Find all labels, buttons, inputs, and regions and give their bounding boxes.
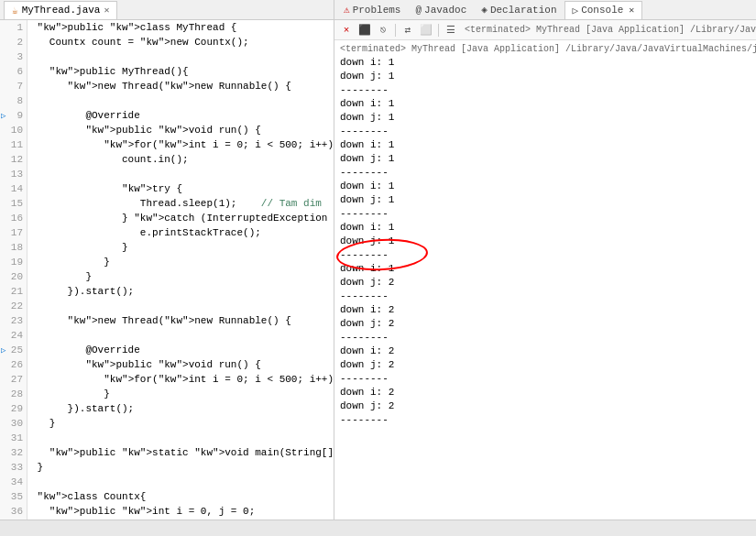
tab-javadoc[interactable]: @ Javadoc bbox=[408, 1, 474, 19]
line-num-11: 11 bbox=[0, 137, 27, 152]
console-line-16: down j: 2 bbox=[340, 276, 756, 290]
code-line-33: } bbox=[31, 460, 334, 475]
code-line-29: }).start(); bbox=[31, 401, 334, 416]
code-line-10: "kw">public "kw">void run() { bbox=[31, 123, 334, 137]
line-num-31: 31 bbox=[0, 431, 27, 445]
console-line-18: down i: 2 bbox=[340, 303, 756, 317]
line-num-21: 21 bbox=[0, 284, 27, 299]
console-line-13: down j: 1 bbox=[340, 235, 756, 248]
code-line-26: "kw">public "kw">void run() { bbox=[31, 357, 334, 372]
code-line-32: "kw">public "kw">static "kw">void main(S… bbox=[31, 445, 334, 460]
console-line-24: down i: 2 bbox=[340, 386, 756, 399]
console-output[interactable]: <terminated> MyThread [Java Application]… bbox=[334, 40, 756, 520]
line-num-6: 6 bbox=[0, 64, 27, 79]
line-num-34: 34 bbox=[0, 475, 27, 489]
line-num-13: 13 bbox=[0, 167, 27, 181]
editor-panel: ☕ MyThread.java ✕ 1236789101112131415161… bbox=[0, 0, 334, 520]
console-line-7: down j: 1 bbox=[340, 152, 756, 166]
code-line-36: "kw">public "kw">int i = 0, j = 0; bbox=[31, 504, 334, 519]
line-num-14: 14 bbox=[0, 181, 27, 196]
code-line-13 bbox=[31, 167, 334, 181]
console-tab-close[interactable]: ✕ bbox=[629, 5, 634, 16]
console-line-14: -------- bbox=[340, 248, 756, 262]
line-num-37: 37 bbox=[0, 519, 27, 520]
code-line-17: e.printStackTrace(); bbox=[31, 225, 334, 240]
line-num-32: 32 bbox=[0, 445, 27, 460]
code-line-30: } bbox=[31, 416, 334, 431]
code-line-12: count.in(); bbox=[31, 152, 334, 167]
editor-tab-close[interactable]: ✕ bbox=[104, 5, 109, 16]
console-toolbar: × ⬛ ⎋ ⇄ ⬜ ☰ <terminated> MyThread [Java … bbox=[334, 20, 756, 40]
console-line-8: -------- bbox=[340, 166, 756, 180]
console-line-0: down i: 1 bbox=[340, 56, 756, 70]
line-num-1: 1 bbox=[0, 20, 27, 35]
line-num-9: 9 bbox=[0, 108, 27, 123]
toolbar-sep-1 bbox=[395, 24, 396, 37]
line-num-18: 18 bbox=[0, 240, 27, 255]
line-num-17: 17 bbox=[0, 225, 27, 240]
editor-content: 1236789101112131415161718192021222324252… bbox=[0, 20, 334, 520]
console-line-26: -------- bbox=[340, 413, 756, 427]
right-panel: ⚠ Problems @ Javadoc ◈ Declaration ▷ Con… bbox=[334, 0, 756, 520]
tab-declaration[interactable]: ◈ Declaration bbox=[474, 1, 564, 19]
stop-button[interactable]: ⬛ bbox=[356, 22, 373, 38]
console-line-9: down i: 1 bbox=[340, 180, 756, 193]
tab-console[interactable]: ▷ Console ✕ bbox=[564, 1, 643, 19]
line-num-26: 26 bbox=[0, 357, 27, 372]
console-line-17: -------- bbox=[340, 290, 756, 303]
line-num-15: 15 bbox=[0, 196, 27, 211]
editor-tab-label: MyThread.java bbox=[22, 5, 101, 16]
java-file-icon: ☕ bbox=[12, 5, 18, 16]
code-line-8 bbox=[31, 93, 334, 108]
code-line-21: }).start(); bbox=[31, 284, 334, 299]
view-menu-button[interactable]: ⬜ bbox=[418, 22, 434, 38]
code-line-34 bbox=[31, 475, 334, 489]
right-tab-bar: ⚠ Problems @ Javadoc ◈ Declaration ▷ Con… bbox=[334, 0, 756, 20]
console-line-2: -------- bbox=[340, 83, 756, 97]
line-num-22: 22 bbox=[0, 299, 27, 313]
line-num-19: 19 bbox=[0, 255, 27, 269]
code-line-11: "kw">for("kw">int i = 0; i < 500; i++){ bbox=[31, 137, 334, 152]
code-line-15: Thread.sleep(1); // Tam dim bbox=[31, 196, 334, 211]
code-line-25: @Override bbox=[31, 343, 334, 357]
status-bar bbox=[0, 520, 756, 536]
console-path-line: <terminated> MyThread [Java Application]… bbox=[340, 42, 756, 56]
code-line-1: "kw">public "kw">class MyThread { bbox=[31, 20, 334, 35]
line-num-24: 24 bbox=[0, 328, 27, 343]
console-line-12: down i: 1 bbox=[340, 221, 756, 235]
console-line-3: down i: 1 bbox=[340, 97, 756, 111]
console-line-20: -------- bbox=[340, 331, 756, 345]
code-line-9: @Override bbox=[31, 108, 334, 123]
console-line-25: down j: 2 bbox=[340, 399, 756, 413]
line-numbers: 1236789101112131415161718192021222324252… bbox=[0, 20, 27, 520]
console-line-11: -------- bbox=[340, 207, 756, 221]
remove-terminated-button[interactable]: ⎋ bbox=[375, 22, 391, 38]
editor-tab-bar: ☕ MyThread.java ✕ bbox=[0, 0, 334, 20]
line-num-20: 20 bbox=[0, 269, 27, 284]
tab-problems[interactable]: ⚠ Problems bbox=[336, 1, 408, 19]
code-line-22 bbox=[31, 299, 334, 313]
code-line-20: } bbox=[31, 269, 334, 284]
toolbar-sep-2 bbox=[438, 24, 439, 37]
console-line-10: down j: 1 bbox=[340, 193, 756, 207]
code-line-19: } bbox=[31, 255, 334, 269]
console-line-23: -------- bbox=[340, 372, 756, 386]
declaration-icon: ◈ bbox=[481, 4, 488, 16]
code-line-7: "kw">new Thread("kw">new Runnable() { bbox=[31, 79, 334, 93]
line-num-35: 35 bbox=[0, 489, 27, 504]
line-num-23: 23 bbox=[0, 313, 27, 328]
code-line-18: } bbox=[31, 240, 334, 255]
code-line-31 bbox=[31, 431, 334, 445]
line-num-16: 16 bbox=[0, 211, 27, 225]
line-num-25: 25 bbox=[0, 343, 27, 357]
line-num-30: 30 bbox=[0, 416, 27, 431]
code-line-6: "kw">public MyThread(){ bbox=[31, 64, 334, 79]
editor-tab[interactable]: ☕ MyThread.java ✕ bbox=[4, 1, 117, 19]
code-line-24 bbox=[31, 328, 334, 343]
layout-button[interactable]: ☰ bbox=[443, 22, 459, 38]
pin-button[interactable]: ⇄ bbox=[400, 22, 416, 38]
clear-button[interactable]: × bbox=[338, 22, 355, 38]
line-num-8: 8 bbox=[0, 93, 27, 108]
javadoc-icon: @ bbox=[415, 5, 422, 16]
code-area[interactable]: "kw">public "kw">class MyThread { Countx… bbox=[27, 20, 334, 520]
